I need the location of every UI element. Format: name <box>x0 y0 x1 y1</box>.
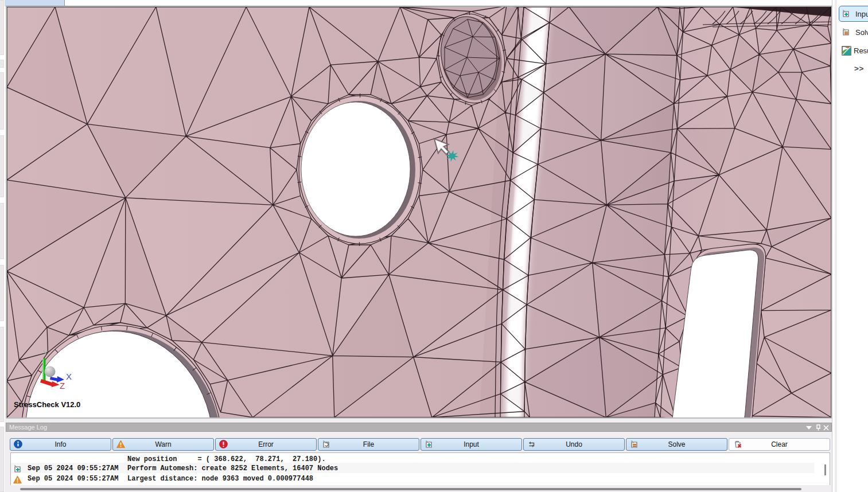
svg-text:StressCheck V12.0: StressCheck V12.0 <box>14 400 80 409</box>
svg-text:Y: Y <box>43 349 48 357</box>
svg-text:X: X <box>66 372 72 381</box>
svg-text:Z: Z <box>60 381 65 391</box>
